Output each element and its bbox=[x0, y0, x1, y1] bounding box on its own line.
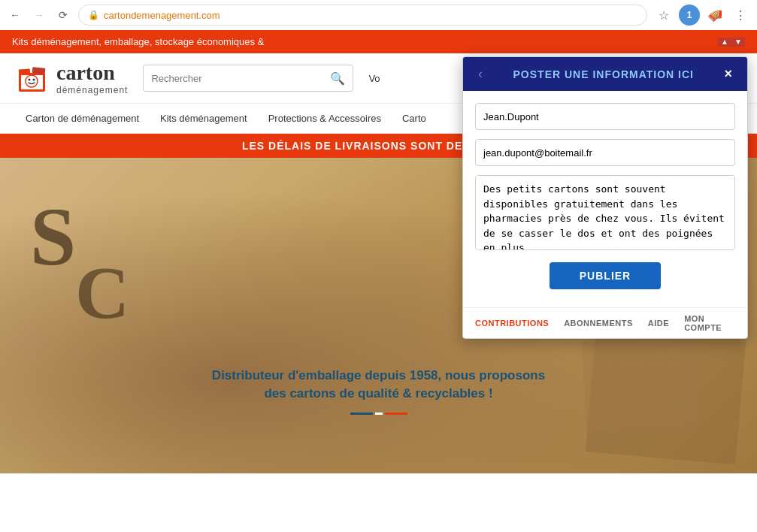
browser-toolbar: ← → ⟳ 🔒 cartondemenagement.com ☆ 1 🪗 ⋮ bbox=[0, 0, 757, 30]
bookmark-button[interactable]: ☆ bbox=[653, 5, 674, 26]
logo-text: carton déménagement bbox=[56, 61, 128, 95]
line-red bbox=[385, 413, 407, 415]
url-domain: cartondemenagement.com bbox=[104, 10, 220, 21]
browser-chrome: ← → ⟳ 🔒 cartondemenagement.com ☆ 1 🪗 ⋮ bbox=[0, 0, 757, 30]
profile-badge[interactable]: 1 bbox=[679, 5, 700, 26]
popup-message-textarea[interactable]: Des petits cartons sont souvent disponib… bbox=[475, 175, 735, 250]
popup-btn-area: PUBLIER bbox=[475, 259, 735, 295]
svg-rect-5 bbox=[19, 68, 31, 74]
popup-name-input[interactable] bbox=[475, 103, 735, 130]
nav-item-carton-demenagement[interactable]: Carton de déménagement bbox=[15, 104, 150, 133]
lock-icon: 🔒 bbox=[88, 10, 99, 20]
hero-subtitle2: des cartons de qualité & recyclables ! bbox=[264, 386, 492, 401]
svg-point-4 bbox=[33, 78, 35, 80]
top-banner: Kits déménagement, emballage, stockage é… bbox=[0, 30, 757, 53]
banner-text: Kits déménagement, emballage, stockage é… bbox=[12, 36, 718, 47]
footer-nav-moncompte[interactable]: MON COMPTE bbox=[684, 314, 735, 332]
back-button[interactable]: ← bbox=[6, 6, 24, 24]
browser-actions: ☆ 1 🪗 ⋮ bbox=[653, 5, 751, 26]
popup-body: Des petits cartons sont souvent disponib… bbox=[463, 91, 747, 307]
header-right: Vo bbox=[368, 73, 380, 84]
svg-point-3 bbox=[29, 78, 31, 80]
nav-item-protections[interactable]: Protections & Accessoires bbox=[258, 104, 392, 133]
popup-close-button[interactable]: × bbox=[721, 66, 735, 82]
search-input[interactable] bbox=[151, 73, 324, 84]
hero-tricolor-line bbox=[350, 413, 407, 415]
popup-title: POSTER UNE INFORMATION ICI bbox=[486, 68, 721, 80]
svg-point-2 bbox=[26, 75, 38, 87]
menu-button[interactable]: ⋮ bbox=[730, 5, 751, 26]
popup-footer: CONTRIBUTIONS ABONNEMENTS AIDE MON COMPT… bbox=[463, 307, 747, 338]
line-blue bbox=[350, 413, 373, 415]
logo-svg bbox=[15, 62, 56, 95]
logo-carton: carton bbox=[56, 61, 128, 85]
line-white bbox=[375, 413, 383, 415]
address-bar[interactable]: 🔒 cartondemenagement.com bbox=[78, 5, 647, 26]
site-wrapper: Kits déménagement, emballage, stockage é… bbox=[0, 30, 757, 473]
svg-rect-6 bbox=[32, 67, 46, 74]
footer-nav-aide[interactable]: AIDE bbox=[648, 319, 669, 328]
popup-header: ‹ POSTER UNE INFORMATION ICI × bbox=[463, 57, 747, 91]
search-bar[interactable]: 🔍 bbox=[143, 65, 353, 92]
popup: ‹ POSTER UNE INFORMATION ICI × Des petit… bbox=[462, 56, 748, 339]
logo-area[interactable]: carton déménagement bbox=[15, 61, 128, 95]
url-text: cartondemenagement.com bbox=[104, 10, 637, 21]
footer-nav-abonnements[interactable]: ABONNEMENTS bbox=[564, 319, 633, 328]
logo-demenagement: déménagement bbox=[56, 85, 128, 95]
publish-button[interactable]: PUBLIER bbox=[550, 262, 661, 289]
search-button[interactable]: 🔍 bbox=[330, 71, 345, 86]
nav-item-kits[interactable]: Kits déménagement bbox=[150, 104, 258, 133]
hero-big-s: S bbox=[30, 195, 76, 278]
forward-button[interactable]: → bbox=[30, 6, 48, 24]
banner-scroll-down[interactable]: ▼ bbox=[731, 38, 745, 47]
hero-big-c: C bbox=[75, 255, 129, 331]
reload-button[interactable]: ⟳ bbox=[54, 6, 72, 24]
extensions-button[interactable]: 🪗 bbox=[704, 5, 725, 26]
popup-back-button[interactable]: ‹ bbox=[475, 66, 486, 82]
hero-subtitle1: Distributeur d'emballage depuis 1958, no… bbox=[212, 368, 545, 383]
banner-scroll-up[interactable]: ▲ bbox=[718, 38, 731, 47]
footer-nav-contributions[interactable]: CONTRIBUTIONS bbox=[475, 319, 549, 328]
popup-email-input[interactable] bbox=[475, 139, 735, 166]
hero-box-deco2 bbox=[582, 335, 699, 431]
nav-item-carto[interactable]: Carto bbox=[392, 104, 437, 133]
